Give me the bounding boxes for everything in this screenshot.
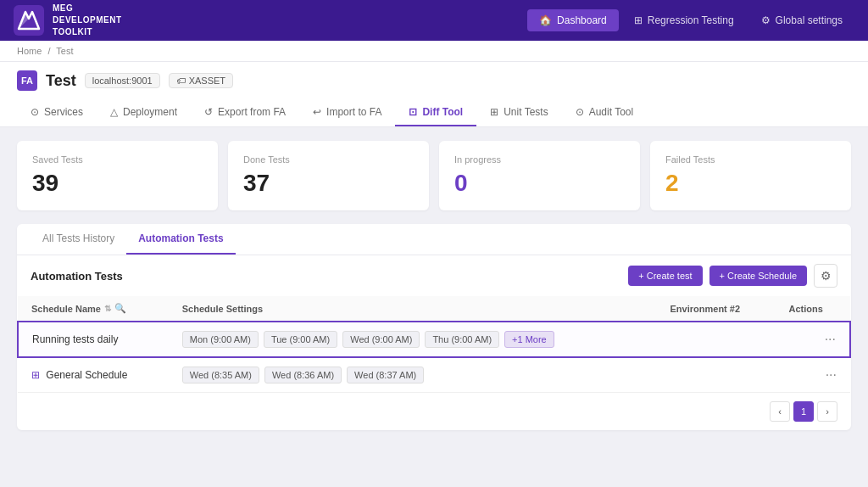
- stat-progress: In progress 0: [439, 141, 640, 210]
- row1-schedule-tags: Mon (9:00 AM) Tue (9:00 AM) Wed (9:00 AM…: [182, 331, 643, 348]
- tests-tab-automation[interactable]: Automation Tests: [126, 224, 235, 255]
- stats-row: Saved Tests 39 Done Tests 37 In progress…: [17, 141, 851, 210]
- header-nav: 🏠 Dashboard ⊞ Regression Testing ⚙ Globa…: [527, 9, 854, 31]
- pagination-page-1[interactable]: 1: [793, 401, 814, 422]
- breadcrumb-sep: /: [47, 46, 50, 56]
- app-header: MEGDEVELOPMENTTOOLKIT 🏠 Dashboard ⊞ Regr…: [0, 0, 868, 41]
- nav-regression-label: Regression Testing: [648, 14, 734, 26]
- tag-wed-3: Wed (8:37 AM): [347, 367, 424, 383]
- audit-icon: ⊙: [576, 106, 584, 118]
- tab-deployment[interactable]: △ Deployment: [97, 99, 191, 126]
- row2-actions-button[interactable]: ···: [789, 367, 837, 383]
- page-title-row: FA Test localhost:9001 🏷 XASSET: [17, 70, 851, 91]
- tab-import-fa[interactable]: ↩ Import to FA: [299, 99, 395, 126]
- automation-table: Schedule Name ⇅ 🔍 Schedule Settings Envi…: [17, 296, 851, 393]
- page-header: FA Test localhost:9001 🏷 XASSET ⊙ Servic…: [0, 62, 868, 127]
- nav-settings[interactable]: ⚙ Global settings: [749, 9, 854, 31]
- unit-icon: ⊞: [490, 106, 498, 118]
- nav-dashboard-label: Dashboard: [557, 14, 607, 26]
- host-badge: localhost:9001: [85, 73, 160, 88]
- nav-dashboard[interactable]: 🏠 Dashboard: [527, 9, 619, 31]
- xasset-label: XASSET: [189, 76, 225, 86]
- tab-export-fa[interactable]: ↺ Export from FA: [191, 99, 299, 126]
- create-schedule-button[interactable]: + Create Schedule: [709, 266, 807, 286]
- stat-saved: Saved Tests 39: [17, 141, 218, 210]
- tab-services-label: Services: [44, 106, 83, 118]
- deployment-icon: △: [110, 106, 118, 118]
- tab-unit-tests[interactable]: ⊞ Unit Tests: [476, 99, 561, 126]
- create-test-button[interactable]: + Create test: [628, 266, 702, 286]
- row2-schedule-tags: Wed (8:35 AM) Wed (8:36 AM) Wed (8:37 AM…: [182, 367, 643, 383]
- all-history-label: All Tests History: [42, 232, 114, 244]
- col-schedule-name: Schedule Name ⇅ 🔍: [18, 296, 169, 322]
- main-content: Saved Tests 39 Done Tests 37 In progress…: [0, 127, 868, 444]
- stat-failed: Failed Tests 2: [650, 141, 851, 210]
- table-row: Running tests daily Mon (9:00 AM) Tue (9…: [18, 322, 850, 357]
- col-schedule-settings: Schedule Settings: [169, 296, 657, 322]
- svg-rect-0: [14, 5, 44, 36]
- header-left: MEGDEVELOPMENTTOOLKIT: [14, 3, 122, 38]
- row1-name: Running tests daily: [18, 322, 169, 357]
- table-section-title: Automation Tests: [31, 270, 123, 283]
- stat-done-label: Done Tests: [243, 154, 414, 165]
- pagination-prev[interactable]: ‹: [770, 401, 790, 422]
- tag-tue: Tue (9:00 AM): [264, 331, 337, 348]
- tag-mon: Mon (9:00 AM): [182, 331, 259, 348]
- row1-actions-button[interactable]: ···: [789, 332, 836, 347]
- col-environment: Environment #2: [657, 296, 776, 322]
- row2-tags: Wed (8:35 AM) Wed (8:36 AM) Wed (8:37 AM…: [169, 357, 657, 393]
- row2-name: ⊞ General Schedule: [18, 357, 169, 393]
- tab-diff-tool[interactable]: ⊡ Diff Tool: [395, 99, 476, 126]
- app-logo-icon: [14, 5, 44, 36]
- tab-services[interactable]: ⊙ Services: [17, 99, 97, 126]
- row1-actions: ···: [776, 322, 850, 357]
- breadcrumb-test: Test: [56, 46, 73, 56]
- gear-icon: ⚙: [761, 14, 771, 26]
- tab-export-label: Export from FA: [218, 106, 286, 118]
- tag-more[interactable]: +1 More: [504, 331, 554, 348]
- row1-env: [657, 322, 776, 357]
- table-actions: + Create test + Create Schedule ⚙: [628, 264, 837, 288]
- pagination: ‹ 1 ›: [17, 393, 851, 430]
- row1-tags: Mon (9:00 AM) Tue (9:00 AM) Wed (9:00 AM…: [169, 322, 657, 357]
- breadcrumb: Home / Test: [0, 41, 868, 62]
- sort-icon[interactable]: ⇅: [104, 304, 111, 313]
- tests-tab-all-history[interactable]: All Tests History: [31, 224, 126, 255]
- table-settings-button[interactable]: ⚙: [814, 264, 837, 288]
- nav-settings-label: Global settings: [776, 14, 843, 26]
- stat-failed-label: Failed Tests: [665, 154, 836, 165]
- automation-label: Automation Tests: [138, 232, 223, 244]
- row2-actions: ···: [776, 357, 850, 393]
- export-icon: ↺: [204, 106, 213, 118]
- stat-done-value: 37: [243, 170, 414, 197]
- stat-saved-label: Saved Tests: [32, 154, 203, 165]
- xasset-badge: 🏷 XASSET: [169, 73, 233, 88]
- breadcrumb-home[interactable]: Home: [17, 46, 42, 56]
- tag-wed: Wed (9:00 AM): [342, 331, 420, 348]
- import-icon: ↩: [313, 106, 321, 118]
- nav-regression[interactable]: ⊞ Regression Testing: [622, 9, 746, 31]
- page-tabs: ⊙ Services △ Deployment ↺ Export from FA…: [17, 99, 851, 126]
- col-actions: Actions: [776, 296, 850, 322]
- stat-progress-label: In progress: [454, 154, 625, 165]
- expand-icon[interactable]: ⊞: [31, 369, 40, 381]
- tests-section: All Tests History Automation Tests Autom…: [17, 224, 851, 430]
- services-icon: ⊙: [31, 106, 39, 118]
- grid-icon: ⊞: [634, 14, 643, 26]
- tests-tabs: All Tests History Automation Tests: [17, 224, 851, 255]
- page-title: Test: [46, 72, 76, 90]
- diff-icon: ⊡: [409, 106, 417, 118]
- tab-diff-label: Diff Tool: [422, 106, 463, 118]
- tab-import-label: Import to FA: [326, 106, 381, 118]
- stat-failed-value: 2: [665, 170, 836, 197]
- tab-audit-tool[interactable]: ⊙ Audit Tool: [562, 99, 647, 126]
- tab-unit-label: Unit Tests: [504, 106, 548, 118]
- tag-icon: 🏷: [176, 76, 186, 86]
- tag-thu: Thu (9:00 AM): [425, 331, 499, 348]
- tag-wed-1: Wed (8:35 AM): [182, 367, 259, 383]
- tab-audit-label: Audit Tool: [589, 106, 633, 118]
- search-icon[interactable]: 🔍: [114, 303, 126, 314]
- pagination-next[interactable]: ›: [817, 401, 837, 422]
- tag-wed-2: Wed (8:36 AM): [264, 367, 342, 383]
- home-icon: 🏠: [539, 14, 552, 26]
